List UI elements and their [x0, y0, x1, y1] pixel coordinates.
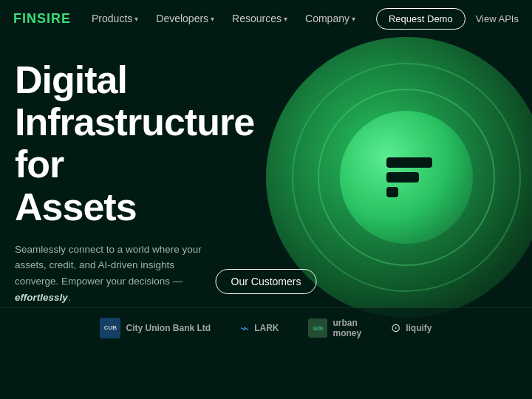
logo-bar-long — [386, 157, 432, 168]
customer-logos-strip: CUB City Union Bank Ltd ⌁ LARK um urban … — [0, 307, 532, 347]
logo-cub: CUB City Union Bank Ltd — [100, 318, 211, 338]
nav-links: Products ▾ Developers ▾ Resources ▾ Comp… — [92, 13, 355, 24]
money-name: money — [332, 328, 361, 338]
liquify-icon: ⊙ — [391, 321, 400, 335]
request-demo-button[interactable]: Request Demo — [376, 8, 466, 30]
nav-products[interactable]: Products ▾ — [92, 13, 138, 24]
nav-company[interactable]: Company ▾ — [305, 13, 355, 24]
logo-urban-money: um urban money — [308, 318, 361, 338]
chevron-down-icon: ▾ — [211, 15, 214, 23]
view-apis-link[interactable]: View APIs — [476, 13, 519, 24]
hero-headline: Digital Infrastructure for Assets — [15, 59, 251, 228]
hero-orb-graphic — [251, 37, 532, 347]
nav-resources[interactable]: Resources ▾ — [232, 13, 287, 24]
cub-icon: CUB — [100, 318, 120, 338]
urban-name: urban — [332, 318, 361, 328]
nav-developers[interactable]: Developers ▾ — [156, 13, 214, 24]
navbar: FINSIRE Products ▾ Developers ▾ Resource… — [0, 0, 532, 37]
lark-name: LARK — [254, 323, 279, 333]
cub-name: City Union Bank Ltd — [126, 323, 211, 333]
hero-subtext: Seamlessly connect to a world where your… — [15, 242, 214, 305]
lark-icon: ⌁ — [240, 319, 249, 337]
logo-bar-short — [386, 187, 398, 197]
logo-bar-medium — [386, 172, 419, 183]
hero-section: Digital Infrastructure for Assets Seamle… — [0, 37, 532, 347]
chevron-down-icon: ▾ — [134, 15, 138, 23]
logo-liquify: ⊙ liquify — [391, 321, 432, 335]
chevron-down-icon: ▾ — [352, 15, 355, 23]
brand-logo[interactable]: FINSIRE — [13, 11, 71, 27]
our-customers-button[interactable]: Our Customers — [216, 269, 317, 294]
logo-lark: ⌁ LARK — [240, 319, 279, 337]
chevron-down-icon: ▾ — [284, 15, 287, 23]
liquify-name: liquify — [406, 323, 432, 333]
customers-section: Our Customers — [216, 269, 317, 294]
nav-actions: Request Demo View APIs — [376, 8, 519, 30]
finsire-logo-icon — [381, 157, 432, 197]
orb-inner-circle — [340, 111, 473, 244]
urban-money-icon: um — [308, 318, 327, 338]
